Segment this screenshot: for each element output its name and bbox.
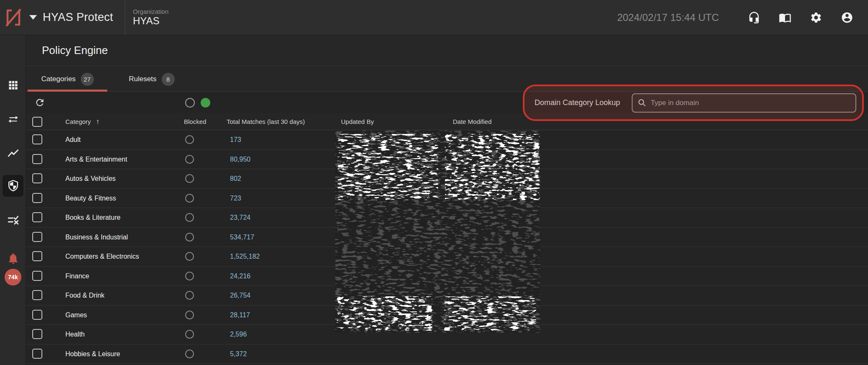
row-category-label: Books & Literature <box>65 208 121 227</box>
row-total-matches: 1,525,182 <box>230 247 260 266</box>
row-blocked-toggle[interactable] <box>185 174 194 183</box>
unblocked-status-circle[interactable] <box>185 98 195 108</box>
product-title: HYAS Protect <box>43 11 113 24</box>
organization-block: Organization HYAS <box>133 8 168 27</box>
row-total-matches: 723 <box>230 189 241 208</box>
row-total-matches: 5,372 <box>230 344 247 364</box>
domain-category-lookup-annotation: Domain Category Lookup <box>523 85 864 121</box>
redacted-updated-by-bottom <box>337 296 432 331</box>
row-blocked-toggle[interactable] <box>185 350 194 358</box>
page-header: Policy Engine <box>26 35 868 66</box>
search-icon <box>638 98 646 107</box>
shield-policy-icon[interactable] <box>0 180 26 191</box>
redacted-date-modified-top <box>445 134 540 200</box>
row-blocked-toggle[interactable] <box>185 155 194 164</box>
column-header-blocked: Blocked <box>184 113 206 130</box>
row-checkbox[interactable] <box>32 134 42 144</box>
row-total-matches: 173 <box>230 130 241 149</box>
column-category-label: Category <box>65 118 91 125</box>
row-category-label: Hobbies & Leisure <box>65 344 120 364</box>
topbar-divider <box>125 0 125 35</box>
support-headset-icon[interactable] <box>747 11 761 24</box>
row-blocked-toggle[interactable] <box>185 252 194 261</box>
select-all-checkbox[interactable] <box>32 117 42 127</box>
table-row: Hobbies & Leisure 5,372 <box>26 344 868 364</box>
tab-categories[interactable]: Categories 27 <box>26 67 109 92</box>
page-title: Policy Engine <box>26 44 108 57</box>
row-total-matches: 26,754 <box>230 286 251 305</box>
row-category-label: Computers & Electronics <box>65 247 139 266</box>
alerts-bell-icon[interactable] <box>0 252 26 265</box>
column-header-total-matches: Total Matches (last 30 days) <box>227 113 305 130</box>
row-category-label: Finance <box>65 267 89 286</box>
hyas-logo-icon <box>0 8 27 27</box>
domain-search-box[interactable] <box>632 93 856 113</box>
tab-categories-count: 27 <box>81 73 94 86</box>
organization-name: HYAS <box>133 15 168 27</box>
column-header-date-modified: Date Modified <box>453 113 492 130</box>
row-blocked-toggle[interactable] <box>185 194 194 203</box>
settings-gear-icon[interactable] <box>809 11 823 24</box>
row-checkbox[interactable] <box>32 154 42 164</box>
row-total-matches: 2,596 <box>230 325 247 344</box>
row-checkbox[interactable] <box>32 173 42 183</box>
sort-ascending-icon: ↑ <box>96 118 100 126</box>
row-checkbox[interactable] <box>32 212 42 222</box>
row-blocked-toggle[interactable] <box>185 213 194 222</box>
row-total-matches: 802 <box>230 169 241 188</box>
row-total-matches: 534,717 <box>230 228 254 247</box>
row-blocked-toggle[interactable] <box>185 330 194 339</box>
apps-grid-icon[interactable] <box>0 80 26 91</box>
row-checkbox[interactable] <box>32 329 42 339</box>
tab-rulesets-label: Rulesets <box>129 75 156 83</box>
row-blocked-toggle[interactable] <box>185 291 194 300</box>
account-icon[interactable] <box>840 11 854 24</box>
row-blocked-toggle[interactable] <box>185 311 194 319</box>
row-checkbox[interactable] <box>32 251 42 261</box>
row-category-label: Arts & Entertainment <box>65 150 127 169</box>
utc-datetime: 2024/02/17 15:44 UTC <box>617 12 719 23</box>
tab-rulesets-count: 8 <box>162 73 175 86</box>
row-checkbox[interactable] <box>32 193 42 203</box>
row-blocked-toggle[interactable] <box>185 233 194 242</box>
row-category-label: Adult <box>65 130 80 149</box>
row-checkbox[interactable] <box>32 271 42 281</box>
rules-checklist-icon[interactable] <box>0 214 26 226</box>
row-blocked-toggle[interactable] <box>185 135 194 144</box>
row-category-label: Autos & Vehicles <box>65 169 116 188</box>
select-all-cell <box>32 113 42 130</box>
row-checkbox[interactable] <box>32 232 42 242</box>
domain-search-input[interactable] <box>651 99 850 107</box>
row-category-label: Games <box>65 306 87 325</box>
row-blocked-toggle[interactable] <box>185 272 194 280</box>
alerts-count-badge: 74k <box>5 269 21 285</box>
row-total-matches: 23,724 <box>230 208 251 227</box>
column-header-updated-by: Updated By <box>341 113 374 130</box>
redacted-updated-by-top <box>338 134 438 200</box>
row-total-matches: 80,950 <box>230 150 251 169</box>
row-checkbox[interactable] <box>32 310 42 320</box>
row-category-label: Beauty & Fitness <box>65 189 116 208</box>
row-category-label: Food & Drink <box>65 286 104 305</box>
documentation-book-icon[interactable] <box>778 11 792 24</box>
blocked-status-circle[interactable] <box>201 98 210 108</box>
refresh-button[interactable] <box>34 97 45 108</box>
row-category-label: Health <box>65 325 85 344</box>
trending-chart-icon[interactable] <box>0 148 26 159</box>
redacted-region <box>335 131 540 333</box>
swap-arrows-icon[interactable] <box>0 114 26 125</box>
organization-label: Organization <box>133 8 168 15</box>
row-checkbox[interactable] <box>32 290 42 300</box>
row-category-label: Business & Industrial <box>65 228 128 247</box>
tab-categories-label: Categories <box>41 75 75 83</box>
tab-rulesets[interactable]: Rulesets 8 <box>109 67 194 92</box>
product-switcher-caret[interactable] <box>29 15 37 20</box>
column-header-category[interactable]: Category ↑ <box>65 113 99 130</box>
redacted-date-modified-bottom <box>444 296 536 331</box>
row-checkbox[interactable] <box>32 349 42 359</box>
row-total-matches: 28,117 <box>230 306 250 325</box>
left-nav-sidebar: 74k <box>0 35 26 365</box>
domain-category-lookup-label: Domain Category Lookup <box>535 98 620 107</box>
row-total-matches: 24,216 <box>230 267 251 286</box>
top-bar: HYAS Protect Organization HYAS 2024/02/1… <box>0 0 868 35</box>
